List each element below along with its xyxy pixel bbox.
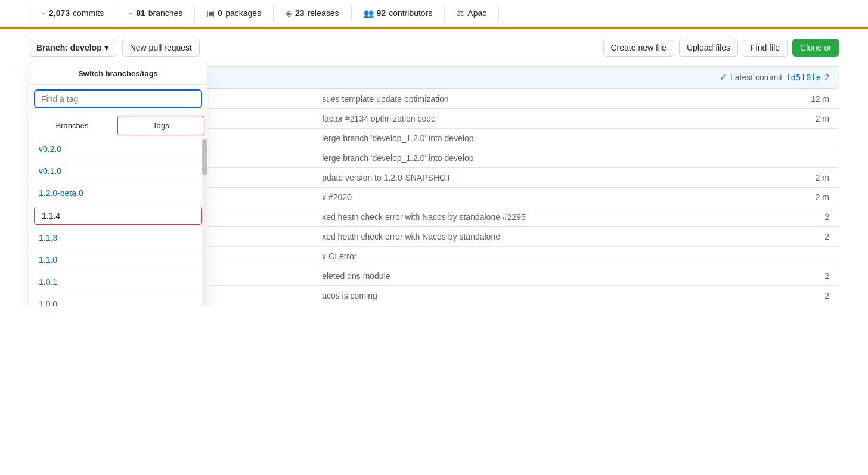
file-message: lerge branch 'develop_1.2.0' into develo… [312,148,791,168]
tag-list-item[interactable]: 1.0.1 [29,271,207,293]
contributors-count: 92 [377,8,386,18]
branch-tag-dropdown: Switch branches/tags Branches Tags v0.2.… [29,63,207,306]
tag-list-item[interactable]: 1.1.0 [29,249,207,271]
commit-check-icon: ✓ [720,73,727,82]
scroll-indicator [202,138,207,306]
file-message: sues template update optimization [312,89,791,109]
branches-stat[interactable]: ⑂ 81 branches [116,5,195,21]
file-time: 2 m [792,168,839,188]
packages-stat[interactable]: ▣ 0 packages [195,5,274,21]
commit-row-right: ✓ Latest commit fd5f0fe 2 [720,73,829,82]
contributors-icon: 👥 [364,8,374,18]
file-message: xed heath check error with Nacos by stan… [312,227,791,247]
create-new-file-button[interactable]: Create new file [603,39,674,57]
scroll-thumb [202,139,207,175]
file-message: lerge branch 'develop_1.2.0' into develo… [312,129,791,148]
releases-icon: ◈ [286,8,292,18]
contributors-label: contributors [389,8,432,18]
latest-commit-label: Latest commit [730,73,782,82]
packages-count: 0 [218,8,222,18]
file-time: 2 [792,207,839,227]
releases-count: 23 [295,8,305,18]
tag-list-item[interactable]: v0.1.0 [29,160,207,182]
packages-icon: ▣ [207,8,215,18]
file-message: factor #2134 optimization code [312,109,791,129]
license-label: Apac [467,8,486,18]
commits-label: commits [73,8,104,18]
tag-list-item[interactable]: 1.1.3 [29,227,207,249]
file-time [792,247,839,266]
file-time [792,148,839,168]
find-file-label: Find file [751,43,780,52]
create-new-file-label: Create new file [611,43,666,52]
dropdown-title: Switch branches/tags [29,63,207,85]
contributors-stat[interactable]: 👥 92 contributors [352,5,445,21]
file-message: pdate version to 1.2.0-SNAPSHOT [312,168,791,188]
file-message: x CI error [312,247,791,266]
branches-count: 81 [136,8,145,18]
file-message: x #2020 [312,188,791,207]
new-pull-request-button[interactable]: New pull request [122,39,200,57]
branch-label: Branch: develop [36,43,102,52]
license-icon: ⚖ [457,8,464,18]
releases-label: releases [308,8,339,18]
commit-hash-suffix: 2 [824,73,829,82]
toolbar: Branch: develop ▾ New pull request Switc… [0,29,868,66]
file-time: 2 m [792,109,839,129]
tag-list-item[interactable]: 1.0.0 [29,293,207,306]
toolbar-right: Create new file Upload files Find file C… [603,39,840,57]
clone-or-label: Clone or [800,43,832,52]
tag-search-input[interactable] [34,89,202,108]
tag-list-item[interactable]: 1.2.0-beta.0 [29,182,207,204]
commits-count: 2,073 [49,8,70,18]
branch-selector-button[interactable]: Branch: develop ▾ [29,39,116,57]
file-time: 2 [792,266,839,286]
file-time: 2 m [792,188,839,207]
upload-files-label: Upload files [687,43,730,52]
file-message: xed heath check error with Nacos by stan… [312,207,791,227]
find-file-button[interactable]: Find file [743,39,788,57]
branches-label: branches [148,8,183,18]
file-time [792,129,839,148]
file-time: 2 [792,286,839,306]
tag-list-item[interactable]: 1.1.4 [34,207,202,225]
repo-stats-bar: ⑂ 2,073 commits ⑂ 81 branches ▣ 0 packag… [0,0,868,27]
releases-stat[interactable]: ◈ 23 releases [274,5,352,21]
branches-tab[interactable]: Branches [29,113,115,138]
chevron-down-icon: ▾ [104,43,108,52]
dropdown-search-area [29,85,207,113]
file-time: 12 m [792,89,839,109]
new-pull-request-label: New pull request [130,43,192,52]
license-stat[interactable]: ⚖ Apac [445,5,499,21]
toolbar-left: Branch: develop ▾ New pull request Switc… [29,39,200,57]
clone-or-button[interactable]: Clone or [792,39,839,57]
tag-list-item[interactable]: v0.2.0 [29,138,207,160]
file-message: acos is coming [312,286,791,306]
file-message: eleted dns module [312,266,791,286]
tags-list: v0.2.0v0.1.01.2.0-beta.01.1.41.1.31.1.01… [29,138,207,306]
tags-tab[interactable]: Tags [117,116,204,135]
upload-files-button[interactable]: Upload files [679,39,738,57]
commits-icon: ⑂ [41,8,46,18]
dropdown-tabs: Branches Tags [29,113,207,138]
commit-hash[interactable]: fd5f0fe [786,73,821,82]
file-time: 2 [792,227,839,247]
commits-stat[interactable]: ⑂ 2,073 commits [29,5,116,21]
packages-label: packages [225,8,261,18]
branches-icon: ⑂ [128,8,133,18]
